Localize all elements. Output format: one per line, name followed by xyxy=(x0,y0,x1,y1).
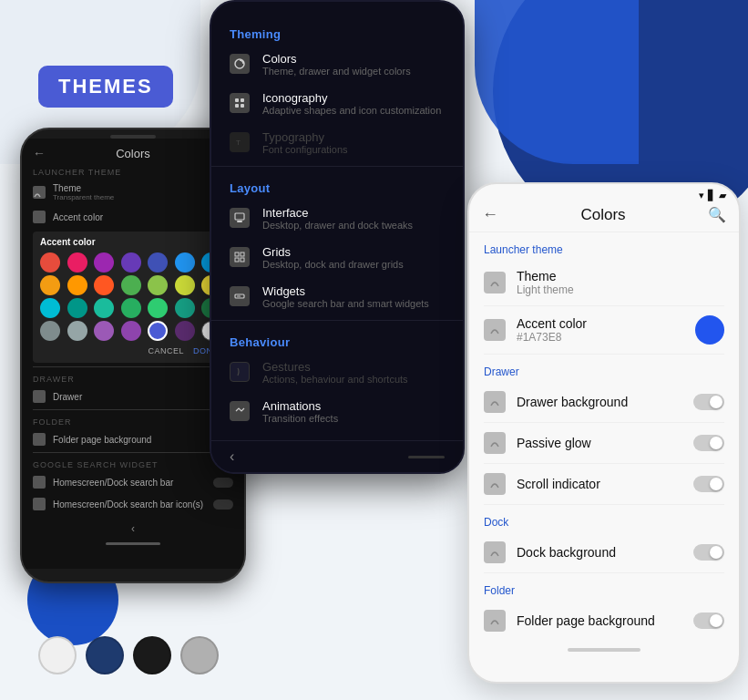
animations-item[interactable]: Animations Transition effects xyxy=(211,392,463,431)
menu-divider-2 xyxy=(211,320,463,321)
color-slate[interactable] xyxy=(40,321,60,341)
animations-item-icon xyxy=(230,401,250,421)
color-amber[interactable] xyxy=(40,275,60,295)
color-light-green[interactable] xyxy=(148,275,168,295)
color-pink[interactable] xyxy=(67,252,87,273)
white-dock-bg-toggle[interactable] xyxy=(693,544,724,561)
dark-drawer-icon xyxy=(33,390,46,403)
white-drawer-bg-content: Drawer background xyxy=(517,395,682,409)
drawer-bg-toggle-switch[interactable] xyxy=(693,394,724,410)
dock-bg-toggle-switch[interactable] xyxy=(693,544,724,561)
color-green[interactable] xyxy=(121,275,141,295)
svg-rect-1 xyxy=(235,98,239,102)
color-blue-selected[interactable] xyxy=(148,321,168,341)
white-search-button[interactable]: 🔍 xyxy=(708,206,726,223)
theme-dot-dark-blue[interactable] xyxy=(86,636,124,674)
dark-search-bar-title: Homescreen/Dock search bar xyxy=(53,478,173,488)
widgets-item-icon xyxy=(230,286,250,306)
interface-item[interactable]: Interface Desktop, drawer and dock tweak… xyxy=(211,199,463,238)
theme-dot-gray[interactable] xyxy=(180,636,219,674)
color-teal[interactable] xyxy=(67,298,87,318)
white-scroll-indicator-title: Scroll indicator xyxy=(517,477,682,491)
white-theme-row[interactable]: Theme Light theme xyxy=(469,260,739,305)
animations-item-content: Animations Transition effects xyxy=(262,399,338,424)
white-folder-bg-toggle[interactable] xyxy=(693,612,724,629)
dark-theme-title: Theme xyxy=(53,183,114,193)
colors-item-icon xyxy=(230,54,250,74)
dark-divider-3 xyxy=(33,452,233,453)
dark-divider-2 xyxy=(33,409,233,410)
color-lime[interactable] xyxy=(175,275,195,295)
color-wisteria[interactable] xyxy=(121,321,141,341)
iconography-item-content: Iconography Adaptive shapes and icon cus… xyxy=(262,91,441,116)
white-scroll-indicator-toggle[interactable] xyxy=(693,476,724,492)
dark-back-arrow[interactable]: ← xyxy=(33,146,46,160)
color-silver[interactable] xyxy=(67,321,87,341)
dark-search-icon-toggle[interactable] xyxy=(213,499,233,510)
dark-folder-title: Folder page background xyxy=(53,435,151,445)
cancel-button[interactable]: CANCEL xyxy=(148,346,184,355)
white-drawer-bg-toggle[interactable] xyxy=(693,394,724,410)
color-mint[interactable] xyxy=(94,298,114,318)
color-red[interactable] xyxy=(40,252,60,273)
iconography-item-icon xyxy=(230,93,250,113)
color-dark-purple[interactable] xyxy=(175,321,195,341)
color-deep-purple[interactable] xyxy=(121,252,141,273)
theming-header: Theming xyxy=(211,16,463,45)
white-drawer-bg-row[interactable]: Drawer background xyxy=(469,382,739,422)
svg-rect-11 xyxy=(241,258,244,262)
white-dock-bg-row[interactable]: Dock background xyxy=(469,532,739,572)
theme-dot-light[interactable] xyxy=(38,636,77,674)
dark-theme-icon xyxy=(33,186,46,199)
color-dark-green[interactable] xyxy=(121,298,141,318)
svg-rect-4 xyxy=(241,104,244,108)
white-folder-bg-icon xyxy=(484,610,506,632)
folder-label: Folder xyxy=(469,573,739,601)
scroll-indicator-toggle-switch[interactable] xyxy=(693,476,724,492)
iconography-item[interactable]: Iconography Adaptive shapes and icon cus… xyxy=(211,84,463,123)
color-cyan[interactable] xyxy=(40,298,60,318)
dark-accent-icon xyxy=(33,211,46,223)
color-sea-green[interactable] xyxy=(175,298,195,318)
color-blue[interactable] xyxy=(175,252,195,273)
dark-screen-title: Colors xyxy=(53,147,213,160)
color-purple[interactable] xyxy=(94,252,114,273)
white-passive-glow-title: Passive glow xyxy=(517,436,682,450)
color-grid-1 xyxy=(40,252,226,341)
white-scroll-indicator-row[interactable]: Scroll indicator xyxy=(469,464,739,504)
colors-item[interactable]: Colors Theme, drawer and widget colors xyxy=(211,45,463,84)
color-emerald[interactable] xyxy=(148,298,168,318)
white-passive-glow-row[interactable]: Passive glow xyxy=(469,423,739,463)
white-folder-bg-row[interactable]: Folder page background xyxy=(469,601,739,641)
folder-bg-toggle-switch[interactable] xyxy=(693,612,724,629)
menu-divider-1 xyxy=(211,166,463,167)
menu-back-arrow[interactable]: ‹ xyxy=(230,448,234,465)
dark-back-nav[interactable]: ‹ xyxy=(131,522,135,535)
menu-indicator xyxy=(408,456,445,458)
white-passive-glow-toggle[interactable] xyxy=(693,435,724,451)
dark-search-bar-toggle[interactable] xyxy=(213,478,233,488)
white-home-indicator xyxy=(568,648,640,652)
gestures-item-icon xyxy=(230,362,250,382)
dark-search-icon-icon xyxy=(33,498,46,510)
color-violet[interactable] xyxy=(94,321,114,341)
theme-dot-dark[interactable] xyxy=(133,636,171,674)
accent-color-dot[interactable] xyxy=(695,315,724,345)
color-orange[interactable] xyxy=(67,275,87,295)
interface-item-subtitle: Desktop, drawer and dock tweaks xyxy=(262,220,413,231)
grids-item[interactable]: Grids Desktop, dock and drawer grids xyxy=(211,238,463,277)
dark-search-bar-row[interactable]: Homescreen/Dock search bar xyxy=(22,471,244,493)
passive-glow-toggle-switch[interactable] xyxy=(693,435,724,451)
white-back-button[interactable]: ← xyxy=(482,205,498,224)
widgets-item[interactable]: Widgets Google search bar and smart widg… xyxy=(211,277,463,316)
color-deep-orange[interactable] xyxy=(94,275,114,295)
dark-divider-1 xyxy=(33,366,233,367)
white-accent-row[interactable]: Accent color #1A73E8 xyxy=(469,306,739,354)
white-folder-bg-title: Folder page background xyxy=(517,613,682,628)
svg-rect-6 xyxy=(235,213,244,220)
color-indigo[interactable] xyxy=(148,252,168,273)
dark-search-icon-row[interactable]: Homescreen/Dock search bar icon(s) xyxy=(22,493,244,515)
themes-label: THEMES xyxy=(38,66,173,108)
dark-search-bar-icon xyxy=(33,476,46,489)
white-accent-icon xyxy=(484,319,506,341)
